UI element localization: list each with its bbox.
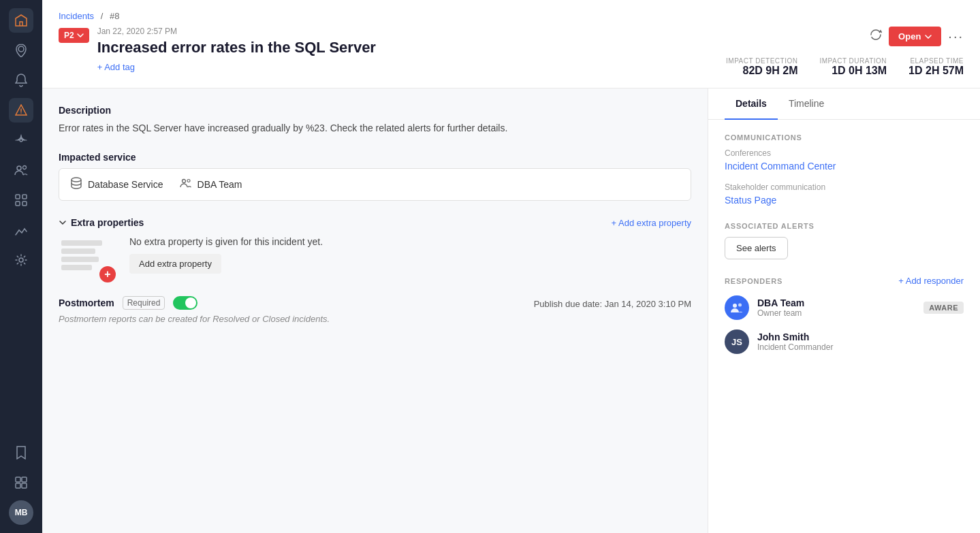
communications-title: COMMUNICATIONS xyxy=(725,133,964,142)
postmortem-note: Postmortem reports can be created for Re… xyxy=(59,314,330,324)
sidebar-item-incidents[interactable] xyxy=(9,8,33,33)
sidebar-item-bell[interactable] xyxy=(9,68,33,93)
right-content: COMMUNICATIONS Conferences Incident Comm… xyxy=(708,120,980,384)
impact-detection-label: IMPACT DETECTION xyxy=(726,57,797,65)
conferences-link[interactable]: Incident Command Center xyxy=(725,161,964,172)
sidebar-item-settings[interactable] xyxy=(9,248,33,272)
sidebar-item-chart[interactable] xyxy=(9,218,33,242)
john-smith-role: Incident Commander xyxy=(757,342,964,352)
svg-point-3 xyxy=(17,166,21,170)
impacted-service-label: Impacted service xyxy=(59,152,691,163)
service-name: Database Service xyxy=(88,179,163,190)
impact-duration-label: IMPACT DURATION xyxy=(819,57,887,65)
priority-badge[interactable]: P2 xyxy=(59,28,89,43)
stakeholder-label: Stakeholder communication xyxy=(725,182,964,192)
svg-rect-7 xyxy=(16,201,20,206)
extra-properties-label: Extra properties xyxy=(71,217,144,228)
incident-title: Increased error rates in the SQL Server xyxy=(97,39,376,56)
svg-rect-11 xyxy=(22,477,27,482)
john-smith-info: John Smith Incident Commander xyxy=(757,332,964,352)
dba-team-role: Owner team xyxy=(757,308,915,318)
tab-details[interactable]: Details xyxy=(725,88,778,120)
communications-section: COMMUNICATIONS Conferences Incident Comm… xyxy=(725,133,964,206)
breadcrumb-parent[interactable]: Incidents xyxy=(59,11,94,21)
responder-item-dba-team: DBA Team Owner team AWARE xyxy=(725,295,964,320)
impact-detection-value: 82D 9H 2M xyxy=(726,65,797,77)
status-button[interactable]: Open xyxy=(889,27,941,46)
sidebar-item-alert[interactable] xyxy=(9,98,33,123)
responders-section: RESPONDERS + Add responder xyxy=(725,276,964,354)
dba-team-name: DBA Team xyxy=(757,297,915,308)
right-panel: Details Timeline COMMUNICATIONS Conferen… xyxy=(708,88,980,533)
main-content: Incidents / #8 P2 Jan 22, 2020 2:57 PM I… xyxy=(42,0,980,533)
responders-title: RESPONDERS xyxy=(725,277,783,285)
aware-badge: AWARE xyxy=(923,302,964,314)
breadcrumb-current: #8 xyxy=(110,11,119,21)
svg-point-1 xyxy=(20,112,22,114)
incident-title-area: P2 Jan 22, 2020 2:57 PM Increased error … xyxy=(59,27,376,73)
sidebar-item-team[interactable] xyxy=(9,158,33,182)
add-tag-link[interactable]: + Add tag xyxy=(97,62,135,72)
sidebar-item-bookmark[interactable] xyxy=(9,440,33,465)
sidebar-item-board[interactable] xyxy=(9,188,33,212)
postmortem-due-date: Jan 14, 2020 3:10 PM xyxy=(605,299,691,309)
more-options-button[interactable]: ··· xyxy=(948,29,964,44)
add-extra-property-link[interactable]: + Add extra property xyxy=(612,218,691,228)
extra-properties-header: Extra properties + Add extra property xyxy=(59,217,691,228)
elapsed-time-value: 1D 2H 57M xyxy=(908,65,964,77)
metrics-area: IMPACT DETECTION 82D 9H 2M IMPACT DURATI… xyxy=(726,57,964,77)
extra-prop-illustration: + xyxy=(59,236,113,280)
main-panel: Description Error rates in the SQL Serve… xyxy=(42,88,708,533)
team-chip: DBA Team xyxy=(180,178,242,191)
see-alerts-button[interactable]: See alerts xyxy=(725,237,788,259)
svg-rect-13 xyxy=(22,483,27,488)
svg-rect-6 xyxy=(22,195,27,199)
incident-header: Incidents / #8 P2 Jan 22, 2020 2:57 PM I… xyxy=(42,0,980,88)
conferences-label: Conferences xyxy=(725,148,964,158)
svg-rect-20 xyxy=(61,265,92,270)
svg-point-16 xyxy=(187,180,190,182)
body-area: Description Error rates in the SQL Serve… xyxy=(42,88,980,533)
postmortem-toggle[interactable] xyxy=(173,296,197,310)
extra-properties-toggle[interactable]: Extra properties xyxy=(59,217,144,228)
description-text: Error rates in the SQL Server have incre… xyxy=(59,121,691,135)
database-icon xyxy=(70,177,82,192)
add-responder-link[interactable]: + Add responder xyxy=(898,276,964,286)
status-label: Open xyxy=(898,31,921,42)
postmortem-due-label: Publish due date: xyxy=(534,299,602,309)
sidebar-item-location[interactable] xyxy=(9,38,33,63)
sidebar-item-grid[interactable] xyxy=(9,470,33,495)
tabs-row: Details Timeline xyxy=(708,88,980,120)
svg-point-4 xyxy=(23,166,27,169)
svg-point-21 xyxy=(733,304,737,308)
svg-rect-17 xyxy=(61,240,102,246)
service-chip: Database Service xyxy=(70,177,163,192)
priority-label: P2 xyxy=(64,31,74,40)
user-avatar[interactable]: MB xyxy=(9,500,33,525)
required-badge: Required xyxy=(123,296,165,310)
svg-point-0 xyxy=(18,46,24,52)
responders-header: RESPONDERS + Add responder xyxy=(725,276,964,286)
impact-duration-value: 1D 0H 13M xyxy=(819,65,887,77)
extra-prop-text-area: No extra property is given for this inci… xyxy=(129,236,323,274)
tab-timeline[interactable]: Timeline xyxy=(778,88,835,120)
svg-point-22 xyxy=(738,304,742,307)
team-name: DBA Team xyxy=(197,179,242,190)
responder-item-john-smith: JS John Smith Incident Commander xyxy=(725,329,964,354)
impact-detection-metric: IMPACT DETECTION 82D 9H 2M xyxy=(726,57,797,77)
postmortem-header: Postmortem Required xyxy=(59,296,330,310)
add-extra-property-button[interactable]: Add extra property xyxy=(129,254,221,274)
sidebar: MB xyxy=(0,0,42,533)
john-smith-name: John Smith xyxy=(757,332,964,342)
stakeholder-link[interactable]: Status Page xyxy=(725,195,964,206)
refresh-button[interactable] xyxy=(870,29,882,44)
sidebar-item-signal[interactable] xyxy=(9,128,33,152)
associated-alerts-title: ASSOCIATED ALERTS xyxy=(725,222,964,230)
extra-properties-content: + No extra property is given for this in… xyxy=(59,236,691,280)
svg-point-15 xyxy=(182,180,185,183)
associated-alerts-section: ASSOCIATED ALERTS See alerts xyxy=(725,222,964,259)
incident-date: Jan 22, 2020 2:57 PM xyxy=(97,27,376,36)
elapsed-time-label: ELAPSED TIME xyxy=(908,57,964,65)
svg-rect-10 xyxy=(16,477,20,482)
extra-prop-empty-text: No extra property is given for this inci… xyxy=(129,236,323,247)
